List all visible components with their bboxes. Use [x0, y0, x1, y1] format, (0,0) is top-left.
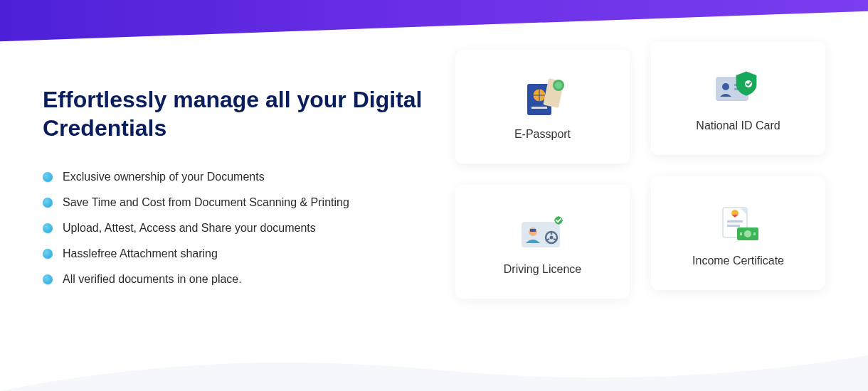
bullet-text: All verified documents in one place.: [63, 273, 242, 286]
bullet-item: Upload, Attest, Access and Share your do…: [43, 222, 427, 235]
driving-licence-icon: [514, 210, 571, 253]
credential-cards-grid: E-Passport National ID Card: [455, 43, 825, 299]
text-section: Effortlessly manage all your Digital Cre…: [43, 43, 427, 299]
bottom-curve-decoration: [0, 341, 868, 391]
svg-point-26: [744, 230, 751, 237]
page-heading: Effortlessly manage all your Digital Cre…: [43, 85, 427, 142]
svg-rect-13: [522, 222, 560, 247]
card-national-id[interactable]: National ID Card: [651, 41, 825, 155]
svg-rect-15: [530, 229, 536, 232]
id-card-icon: [710, 67, 767, 109]
bullet-text: Hasslefree Attachment sharing: [63, 247, 218, 260]
bullet-item: Hasslefree Attachment sharing: [43, 247, 427, 260]
card-e-passport[interactable]: E-Passport: [455, 50, 630, 164]
card-driving-licence[interactable]: Driving Licence: [455, 185, 630, 299]
bullet-text: Upload, Attest, Access and Share your do…: [63, 222, 316, 235]
main-content: Effortlessly manage all your Digital Cre…: [0, 0, 868, 299]
svg-rect-23: [727, 225, 740, 227]
card-label: Driving Licence: [504, 263, 581, 276]
svg-rect-4: [531, 107, 547, 109]
card-label: Income Certificate: [692, 255, 784, 267]
svg-rect-22: [727, 220, 743, 223]
card-label: National ID Card: [696, 119, 780, 132]
card-income-certificate[interactable]: Income Certificate: [651, 176, 825, 290]
bullet-item: All verified documents in one place.: [43, 273, 427, 286]
passport-icon: [514, 75, 571, 118]
bullet-dot-icon: [43, 223, 53, 233]
bullet-dot-icon: [43, 274, 53, 284]
bullet-text: Save Time and Cost from Document Scannin…: [63, 196, 349, 209]
bullet-dot-icon: [43, 172, 53, 182]
bullet-item: Save Time and Cost from Document Scannin…: [43, 196, 427, 209]
svg-rect-28: [753, 232, 756, 235]
svg-rect-27: [740, 232, 742, 235]
svg-point-17: [549, 236, 553, 240]
feature-bullets: Exclusive ownership of your Documents Sa…: [43, 171, 427, 286]
bullet-item: Exclusive ownership of your Documents: [43, 171, 427, 183]
svg-point-9: [722, 83, 729, 90]
income-certificate-icon: [710, 202, 767, 245]
card-label: E-Passport: [514, 128, 571, 141]
bullet-text: Exclusive ownership of your Documents: [63, 171, 265, 183]
bullet-dot-icon: [43, 249, 53, 259]
svg-point-7: [555, 82, 562, 89]
bullet-dot-icon: [43, 198, 53, 208]
